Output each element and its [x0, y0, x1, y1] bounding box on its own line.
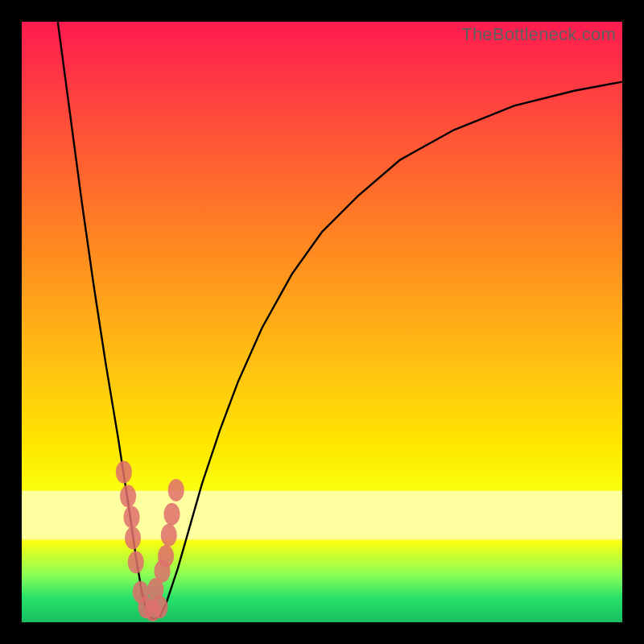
marker-point	[158, 545, 174, 568]
marker-point	[124, 506, 140, 528]
plot-area: TheBottleneck.com	[22, 22, 622, 622]
outer-frame: TheBottleneck.com	[0, 0, 644, 644]
marker-point	[120, 485, 136, 507]
chart-svg	[22, 22, 622, 622]
marker-point	[161, 524, 177, 547]
gradient-background	[22, 22, 622, 622]
marker-point	[164, 503, 180, 526]
marker-point	[128, 551, 144, 573]
marker-point	[125, 527, 141, 550]
marker-point	[168, 479, 184, 502]
watermark-text: TheBottleneck.com	[461, 24, 616, 45]
marker-point	[116, 461, 132, 484]
